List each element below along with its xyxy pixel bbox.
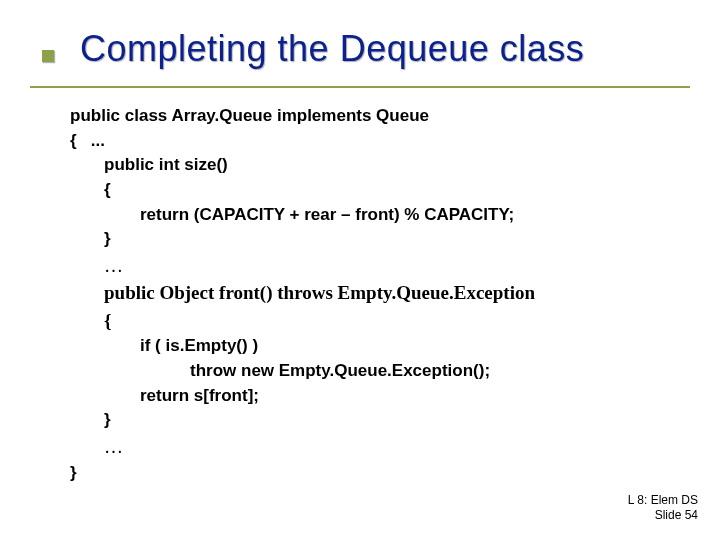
code-line: if ( is.Empty() ): [70, 334, 690, 359]
slide-title: Completing the Dequeue class: [80, 28, 690, 70]
code-line: {: [70, 307, 690, 335]
code-line: }: [70, 227, 690, 252]
code-line: {: [70, 178, 690, 203]
code-ellipsis: ...: [91, 131, 105, 150]
footer-line2: Slide 54: [628, 508, 698, 524]
slide-footer: L 8: Elem DS Slide 54: [628, 493, 698, 524]
code-line: …: [70, 252, 690, 280]
title-bullet-icon: [42, 50, 54, 62]
footer-line1: L 8: Elem DS: [628, 493, 698, 509]
code-brace: {: [70, 131, 77, 150]
code-body: public class Array.Queue implements Queu…: [0, 88, 720, 485]
code-line: public class Array.Queue implements Queu…: [70, 104, 690, 129]
code-line: public Object front() throws Empty.Queue…: [70, 279, 690, 307]
code-line: public int size(): [70, 153, 690, 178]
slide-root: Completing the Dequeue class public clas…: [0, 0, 720, 540]
code-line: return s[front];: [70, 384, 690, 409]
code-line: { ...: [70, 129, 690, 154]
code-line: return (CAPACITY + rear – front) % CAPAC…: [70, 203, 690, 228]
code-line: throw new Empty.Queue.Exception();: [70, 359, 690, 384]
code-line: }: [70, 408, 690, 433]
code-line: …: [70, 433, 690, 461]
code-line: }: [70, 461, 690, 486]
title-area: Completing the Dequeue class: [0, 0, 720, 80]
